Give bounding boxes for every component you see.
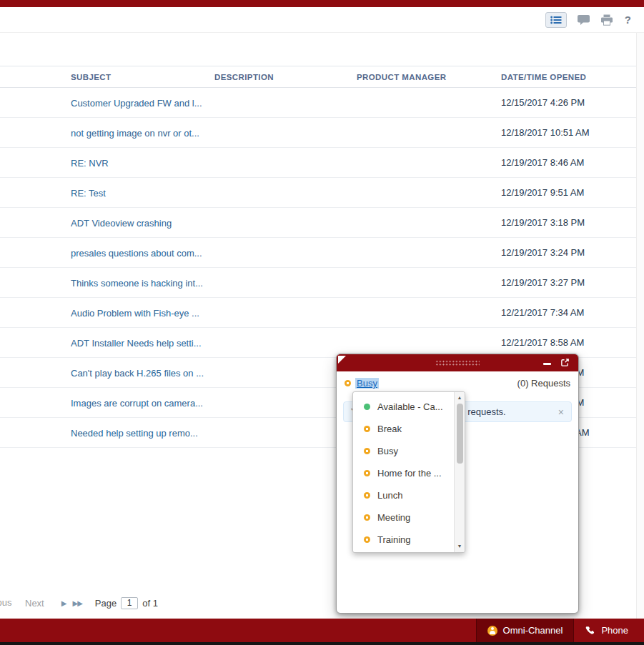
- case-subject-link[interactable]: Audio Problem with Fish-eye ...: [71, 308, 199, 319]
- dropdown-scrollbar[interactable]: ▲ ▼: [454, 392, 465, 552]
- status-option-busy[interactable]: Busy: [353, 440, 465, 462]
- table-row: RE: NVR 12/19/2017 8:46 AM: [0, 148, 636, 178]
- next-page-icon[interactable]: ▶: [61, 599, 67, 607]
- previous-link[interactable]: Previous: [0, 597, 21, 609]
- current-status-link[interactable]: Busy: [355, 378, 379, 389]
- drag-handle-icon[interactable]: [435, 360, 480, 366]
- status-option-label: Busy: [377, 446, 398, 456]
- case-date-opened: 12/19/2017 9:51 AM: [501, 187, 636, 198]
- column-header-subject[interactable]: SUBJECT: [71, 73, 214, 81]
- chat-icon: [577, 14, 590, 26]
- corner-flag-icon: [338, 356, 346, 364]
- omni-channel-tab[interactable]: Omni-Channel: [476, 619, 575, 642]
- case-date-opened: 12/19/2017 3:18 PM: [501, 217, 636, 228]
- table-row: Customer Upgraded FW and l... 12/15/2017…: [0, 88, 636, 118]
- presence-busy-icon: [364, 426, 370, 432]
- phone-tab-label: Phone: [601, 625, 628, 636]
- next-link[interactable]: Next: [25, 598, 44, 609]
- help-icon: ?: [623, 14, 633, 26]
- case-subject-link[interactable]: not getting image on nvr or ot...: [71, 128, 199, 139]
- table-row: ADT Videoview crashing 12/19/2017 3:18 P…: [0, 208, 636, 238]
- status-option-label: Meeting: [377, 512, 410, 523]
- chat-button[interactable]: [577, 14, 590, 26]
- page-of-label: of 1: [142, 598, 158, 609]
- presence-busy-icon: [364, 470, 370, 476]
- vertical-scrollbar-track[interactable]: [636, 33, 644, 619]
- status-option-training[interactable]: Training: [353, 529, 465, 551]
- status-option-label: Home for the ...: [377, 468, 442, 479]
- presence-busy-icon: [364, 536, 370, 543]
- case-subject-link[interactable]: RE: Test: [71, 188, 106, 199]
- column-header-date-opened[interactable]: DATE/TIME OPENED: [501, 73, 636, 81]
- omni-channel-presence-icon: [487, 626, 497, 636]
- status-option-label: Break: [377, 424, 402, 434]
- status-option-home[interactable]: Home for the ...: [353, 462, 465, 484]
- bottom-edge-strip: [0, 642, 644, 645]
- case-date-opened: 12/19/2017 8:46 AM: [501, 157, 636, 168]
- list-view-button[interactable]: [545, 12, 567, 28]
- case-subject-link[interactable]: Customer Upgraded FW and l...: [71, 98, 202, 109]
- case-subject-link[interactable]: ADT Videoview crashing: [71, 218, 172, 229]
- column-header-product-manager[interactable]: PRODUCT MANAGER: [357, 73, 501, 81]
- phone-icon: [585, 626, 595, 636]
- case-date-opened: 12/19/2017 3:24 PM: [501, 247, 636, 258]
- case-date-opened: 12/21/2017 7:34 AM: [501, 307, 636, 318]
- last-page-icon[interactable]: ▶▶: [72, 599, 81, 607]
- utility-bar: Omni-Channel Phone: [0, 619, 644, 642]
- page-number-input[interactable]: [121, 597, 138, 609]
- scroll-up-icon[interactable]: ▲: [455, 393, 465, 403]
- popout-button[interactable]: [560, 358, 570, 367]
- presence-busy-icon: [364, 448, 370, 454]
- scroll-down-icon[interactable]: ▼: [455, 541, 465, 551]
- case-subject-link[interactable]: Thinks someone is hacking int...: [71, 278, 203, 289]
- case-subject-link[interactable]: RE: NVR: [71, 158, 109, 169]
- case-date-opened: 12/19/2017 3:27 PM: [501, 277, 636, 288]
- status-option-label: Available - Ca...: [377, 401, 443, 412]
- omni-channel-tab-label: Omni-Channel: [503, 625, 563, 636]
- status-option-lunch[interactable]: Lunch: [353, 484, 465, 506]
- status-option-break[interactable]: Break: [353, 418, 465, 440]
- presence-busy-icon: [364, 514, 370, 521]
- header-toolbar: ?: [0, 7, 644, 33]
- close-icon[interactable]: ×: [553, 406, 564, 418]
- case-date-opened: 12/18/2017 10:51 AM: [501, 127, 636, 138]
- case-subject-link[interactable]: Can't play back H.265 files on ...: [71, 368, 204, 379]
- case-subject-link[interactable]: presales questions about com...: [71, 248, 202, 259]
- case-subject-link[interactable]: Images are corrupt on camera...: [71, 398, 203, 409]
- table-row: Thinks someone is hacking int... 12/19/2…: [0, 268, 636, 298]
- print-button[interactable]: [600, 14, 613, 26]
- omni-channel-widget: Busy (0) Requests You won't receive new …: [336, 354, 579, 614]
- case-date-opened: 12/21/2017 8:58 AM: [501, 337, 636, 348]
- column-header-description[interactable]: DESCRIPTION: [214, 73, 357, 81]
- presence-available-icon: [364, 404, 370, 410]
- list-header-row: SUBJECT DESCRIPTION PRODUCT MANAGER DATE…: [0, 66, 636, 88]
- presence-busy-icon: [364, 492, 370, 499]
- requests-counter: (0) Requests: [517, 378, 570, 389]
- case-subject-link[interactable]: ADT Installer Needs help setti...: [71, 338, 202, 349]
- presence-busy-icon: [345, 380, 351, 386]
- status-option-label: Lunch: [377, 490, 402, 501]
- table-row: RE: Test 12/19/2017 9:51 AM: [0, 178, 636, 208]
- status-dropdown-menu: Available - Ca... Break Busy Home for th…: [352, 391, 465, 553]
- table-row: Audio Problem with Fish-eye ... 12/21/20…: [0, 298, 636, 328]
- list-icon: [550, 16, 562, 24]
- phone-tab[interactable]: Phone: [574, 619, 640, 642]
- status-option-available[interactable]: Available - Ca...: [353, 396, 465, 418]
- print-icon: [600, 14, 613, 26]
- scrollbar-thumb[interactable]: [457, 404, 463, 464]
- status-option-meeting[interactable]: Meeting: [353, 506, 465, 529]
- top-brand-bar: [0, 0, 644, 7]
- omni-widget-header[interactable]: [337, 354, 578, 371]
- case-date-opened: 12/15/2017 4:26 PM: [501, 97, 636, 108]
- minimize-button[interactable]: [543, 363, 551, 365]
- help-button[interactable]: ?: [623, 14, 633, 26]
- case-subject-link[interactable]: Needed help setting up remo...: [71, 428, 198, 439]
- page-label: Page: [95, 598, 117, 609]
- popout-icon: [560, 358, 570, 367]
- status-option-label: Training: [377, 534, 410, 545]
- table-row: presales questions about com... 12/19/20…: [0, 238, 636, 268]
- table-row: not getting image on nvr or ot... 12/18/…: [0, 118, 636, 148]
